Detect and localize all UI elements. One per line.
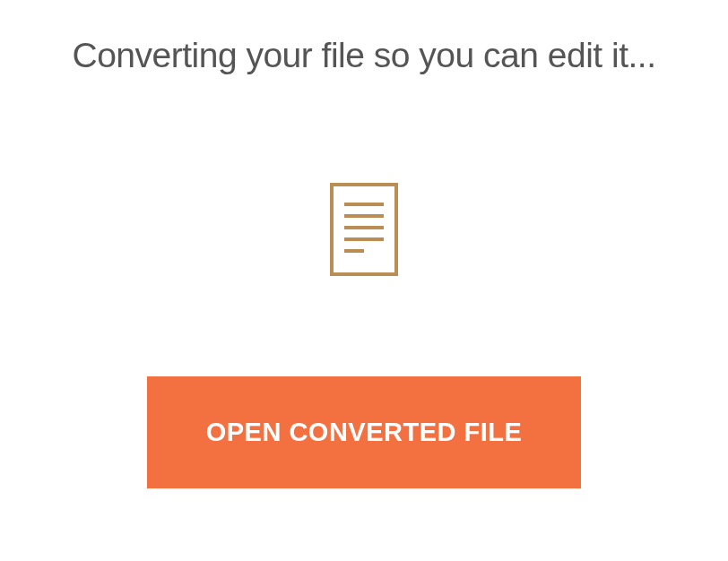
document-icon-container: [330, 183, 398, 276]
page-title: Converting your file so you can edit it.…: [72, 36, 655, 75]
open-button-label: OPEN CONVERTED FILE: [206, 418, 523, 447]
document-icon: [330, 183, 398, 276]
open-converted-file-button[interactable]: OPEN CONVERTED FILE: [147, 376, 581, 488]
